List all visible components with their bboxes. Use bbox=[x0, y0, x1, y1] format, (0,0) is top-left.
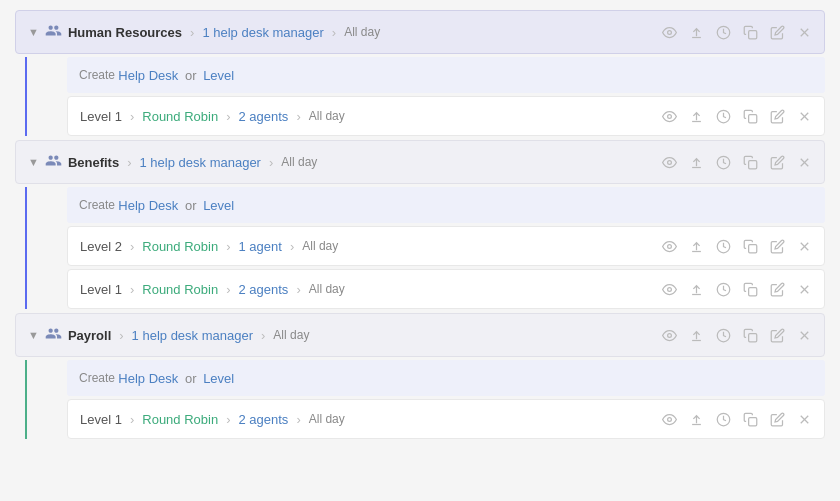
level-row-left: Level 1 › Round Robin › 2 agents › All d… bbox=[80, 109, 662, 124]
close-icon[interactable] bbox=[797, 25, 812, 40]
separator: › bbox=[119, 328, 123, 343]
create-helpdesk-link[interactable]: Help Desk bbox=[118, 371, 178, 386]
upload-icon[interactable] bbox=[689, 25, 704, 40]
level-row[interactable]: Level 1 › Round Robin › 2 agents › All d… bbox=[67, 399, 825, 439]
edit-icon[interactable] bbox=[770, 412, 785, 427]
svg-point-36 bbox=[668, 417, 672, 421]
create-helpdesk-link[interactable]: Help Desk bbox=[118, 198, 178, 213]
edit-icon[interactable] bbox=[770, 155, 785, 170]
create-or-label: or bbox=[181, 68, 200, 83]
edit-icon[interactable] bbox=[770, 109, 785, 124]
svg-rect-9 bbox=[749, 114, 757, 122]
manager-label[interactable]: 1 help desk manager bbox=[132, 328, 253, 343]
upload-icon[interactable] bbox=[689, 412, 704, 427]
create-level-link[interactable]: Level bbox=[203, 68, 234, 83]
routing-label[interactable]: Round Robin bbox=[142, 239, 218, 254]
svg-rect-3 bbox=[749, 30, 757, 38]
separator: › bbox=[226, 412, 230, 427]
clock-icon[interactable] bbox=[716, 109, 731, 124]
routing-label[interactable]: Round Robin bbox=[142, 109, 218, 124]
eye-icon[interactable] bbox=[662, 328, 677, 343]
separator: › bbox=[226, 239, 230, 254]
agents-label[interactable]: 2 agents bbox=[239, 282, 289, 297]
copy-icon[interactable] bbox=[743, 239, 758, 254]
group-row[interactable]: ▼ Payroll › 1 help desk manager › All da… bbox=[15, 313, 825, 357]
copy-icon[interactable] bbox=[743, 282, 758, 297]
agents-label[interactable]: 2 agents bbox=[239, 412, 289, 427]
separator: › bbox=[296, 109, 300, 124]
level-row[interactable]: Level 1 › Round Robin › 2 agents › All d… bbox=[67, 269, 825, 309]
separator: › bbox=[296, 282, 300, 297]
agents-label[interactable]: 1 agent bbox=[239, 239, 282, 254]
eye-icon[interactable] bbox=[662, 109, 677, 124]
clock-icon[interactable] bbox=[716, 412, 731, 427]
eye-icon[interactable] bbox=[662, 282, 677, 297]
level-row[interactable]: Level 1 › Round Robin › 2 agents › All d… bbox=[67, 96, 825, 136]
upload-icon[interactable] bbox=[689, 239, 704, 254]
eye-icon[interactable] bbox=[662, 25, 677, 40]
group-benefits: ▼ Benefits › 1 help desk manager › All d… bbox=[15, 140, 825, 309]
svg-point-18 bbox=[668, 244, 672, 248]
close-icon[interactable] bbox=[797, 282, 812, 297]
copy-icon[interactable] bbox=[743, 109, 758, 124]
level-row-left: Level 1 › Round Robin › 2 agents › All d… bbox=[80, 412, 662, 427]
copy-icon[interactable] bbox=[743, 155, 758, 170]
clock-icon[interactable] bbox=[716, 282, 731, 297]
create-helpdesk-link[interactable]: Help Desk bbox=[118, 68, 178, 83]
eye-icon[interactable] bbox=[662, 412, 677, 427]
upload-icon[interactable] bbox=[689, 155, 704, 170]
level-row-actions bbox=[662, 282, 812, 297]
close-icon[interactable] bbox=[797, 155, 812, 170]
group-row[interactable]: ▼ Benefits › 1 help desk manager › All d… bbox=[15, 140, 825, 184]
separator: › bbox=[290, 239, 294, 254]
separator: › bbox=[261, 328, 265, 343]
eye-icon[interactable] bbox=[662, 239, 677, 254]
manager-label[interactable]: 1 help desk manager bbox=[202, 25, 323, 40]
agents-label[interactable]: 2 agents bbox=[239, 109, 289, 124]
copy-icon[interactable] bbox=[743, 328, 758, 343]
eye-icon[interactable] bbox=[662, 155, 677, 170]
upload-icon[interactable] bbox=[689, 109, 704, 124]
separator: › bbox=[296, 412, 300, 427]
routing-label[interactable]: Round Robin bbox=[142, 412, 218, 427]
routing-label[interactable]: Round Robin bbox=[142, 282, 218, 297]
upload-icon[interactable] bbox=[689, 328, 704, 343]
level-label: Level 1 bbox=[80, 282, 122, 297]
level-row[interactable]: Level 2 › Round Robin › 1 agent › All da… bbox=[67, 226, 825, 266]
edit-icon[interactable] bbox=[770, 328, 785, 343]
clock-icon[interactable] bbox=[716, 328, 731, 343]
edit-icon[interactable] bbox=[770, 239, 785, 254]
upload-icon[interactable] bbox=[689, 282, 704, 297]
close-icon[interactable] bbox=[797, 239, 812, 254]
close-icon[interactable] bbox=[797, 412, 812, 427]
group-name: Benefits bbox=[68, 155, 119, 170]
separator: › bbox=[332, 25, 336, 40]
level-label: Level 1 bbox=[80, 412, 122, 427]
svg-point-12 bbox=[668, 160, 672, 164]
group-name: Payroll bbox=[68, 328, 111, 343]
main-container: ▼ Human Resources › 1 help desk manager … bbox=[0, 0, 840, 453]
copy-icon[interactable] bbox=[743, 25, 758, 40]
create-level-link[interactable]: Level bbox=[203, 198, 234, 213]
clock-icon[interactable] bbox=[716, 155, 731, 170]
group-row[interactable]: ▼ Human Resources › 1 help desk manager … bbox=[15, 10, 825, 54]
level-row-left: Level 1 › Round Robin › 2 agents › All d… bbox=[80, 282, 662, 297]
time-label: All day bbox=[309, 412, 345, 426]
close-icon[interactable] bbox=[797, 109, 812, 124]
copy-icon[interactable] bbox=[743, 412, 758, 427]
separator: › bbox=[130, 412, 134, 427]
edit-icon[interactable] bbox=[770, 25, 785, 40]
edit-icon[interactable] bbox=[770, 282, 785, 297]
manager-label[interactable]: 1 help desk manager bbox=[140, 155, 261, 170]
clock-icon[interactable] bbox=[716, 25, 731, 40]
level-row-actions bbox=[662, 239, 812, 254]
create-level-link[interactable]: Level bbox=[203, 371, 234, 386]
chevron-down-icon[interactable]: ▼ bbox=[28, 26, 39, 38]
chevron-down-icon[interactable]: ▼ bbox=[28, 329, 39, 341]
separator: › bbox=[130, 282, 134, 297]
separator: › bbox=[130, 109, 134, 124]
chevron-down-icon[interactable]: ▼ bbox=[28, 156, 39, 168]
clock-icon[interactable] bbox=[716, 239, 731, 254]
svg-rect-39 bbox=[749, 417, 757, 425]
close-icon[interactable] bbox=[797, 328, 812, 343]
